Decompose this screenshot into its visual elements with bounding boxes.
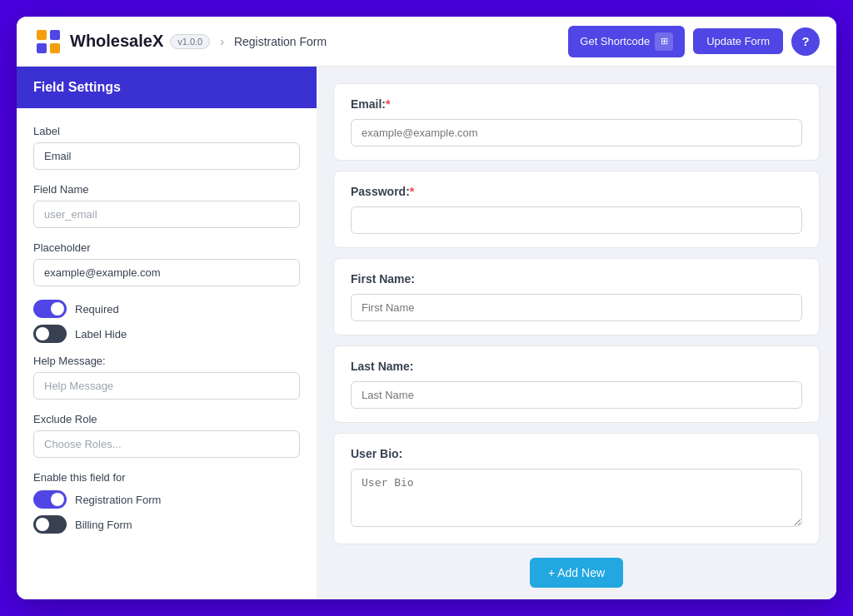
header-actions: Get Shortcode ⊞ Update Form ? bbox=[568, 26, 820, 57]
registration-toggle-row: Registration Form bbox=[33, 490, 300, 509]
first-name-form-input[interactable] bbox=[351, 294, 802, 321]
email-card: Email:* bbox=[333, 83, 820, 161]
exclude-role-group: Exclude Role bbox=[33, 413, 300, 458]
main-layout: Field Settings Label Field Name Placehol… bbox=[17, 67, 836, 599]
help-button[interactable]: ? bbox=[791, 27, 820, 56]
user-bio-form-input[interactable] bbox=[351, 469, 802, 527]
billing-toggle[interactable] bbox=[33, 515, 67, 534]
required-toggle-label: Required bbox=[75, 303, 119, 315]
version-badge: v1.0.0 bbox=[170, 34, 210, 49]
registration-toggle[interactable] bbox=[33, 490, 67, 509]
svg-rect-1 bbox=[37, 30, 47, 40]
shortcode-icon: ⊞ bbox=[655, 32, 673, 51]
logo-area: WholesaleX v1.0.0 bbox=[33, 27, 210, 57]
user-bio-card-label: User Bio: bbox=[351, 447, 802, 460]
exclude-role-label: Exclude Role bbox=[33, 413, 300, 425]
sidebar-header: Field Settings bbox=[17, 67, 317, 108]
add-new-button[interactable]: + Add New bbox=[530, 558, 623, 588]
password-card: Password:* bbox=[333, 171, 820, 248]
email-required: * bbox=[386, 97, 390, 111]
password-form-input[interactable] bbox=[351, 206, 802, 234]
sidebar-body: Label Field Name Placeholder bbox=[17, 108, 317, 564]
billing-toggle-row: Billing Form bbox=[33, 515, 300, 534]
last-name-card-label: Last Name: bbox=[351, 360, 802, 373]
field-name-group: Field Name bbox=[33, 183, 300, 228]
brand-name: WholesaleX bbox=[70, 32, 163, 51]
svg-rect-3 bbox=[37, 43, 47, 53]
header: WholesaleX v1.0.0 › Registration Form Ge… bbox=[17, 17, 836, 67]
svg-rect-4 bbox=[50, 43, 60, 53]
label-hide-toggle-label: Label Hide bbox=[75, 328, 127, 340]
label-hide-toggle-row: Label Hide bbox=[33, 325, 300, 343]
first-name-card: First Name: bbox=[333, 258, 820, 335]
last-name-card: Last Name: bbox=[333, 345, 820, 423]
app-container: WholesaleX v1.0.0 › Registration Form Ge… bbox=[17, 17, 836, 599]
user-bio-card: User Bio: bbox=[333, 433, 820, 544]
label-input[interactable] bbox=[33, 142, 300, 170]
registration-toggle-label: Registration Form bbox=[75, 494, 161, 506]
placeholder-input[interactable] bbox=[33, 259, 300, 286]
required-toggle[interactable] bbox=[33, 300, 67, 318]
right-panel: Email:* Password:* First Name: Last Name… bbox=[317, 67, 836, 599]
placeholder-label: Placeholder bbox=[33, 241, 300, 254]
help-message-input[interactable] bbox=[33, 372, 300, 400]
placeholder-group: Placeholder bbox=[33, 241, 300, 286]
enable-field-label: Enable this field for bbox=[33, 471, 300, 484]
help-message-label: Help Message: bbox=[33, 355, 300, 367]
enable-field-group: Enable this field for Registration Form bbox=[33, 471, 300, 534]
field-name-input[interactable] bbox=[33, 201, 300, 228]
sidebar-title: Field Settings bbox=[33, 80, 121, 94]
password-required: * bbox=[410, 185, 414, 198]
first-name-card-label: First Name: bbox=[351, 272, 802, 286]
help-message-group: Help Message: bbox=[33, 355, 300, 400]
email-card-label: Email:* bbox=[351, 97, 802, 111]
choose-roles-input[interactable] bbox=[33, 430, 300, 458]
last-name-form-input[interactable] bbox=[351, 381, 802, 409]
label-field-label: Label bbox=[33, 125, 300, 137]
label-group: Label bbox=[33, 125, 300, 170]
email-form-input[interactable] bbox=[351, 119, 802, 147]
sidebar: Field Settings Label Field Name Placehol… bbox=[17, 67, 317, 599]
svg-rect-2 bbox=[50, 30, 60, 40]
shortcode-button[interactable]: Get Shortcode ⊞ bbox=[568, 26, 685, 57]
breadcrumb-chevron: › bbox=[220, 35, 224, 48]
shortcode-label: Get Shortcode bbox=[580, 35, 650, 47]
billing-toggle-label: Billing Form bbox=[75, 519, 132, 531]
required-toggle-row: Required bbox=[33, 300, 300, 318]
update-form-button[interactable]: Update Form bbox=[693, 28, 783, 54]
label-hide-toggle[interactable] bbox=[33, 325, 67, 343]
password-card-label: Password:* bbox=[351, 185, 802, 198]
breadcrumb: Registration Form bbox=[234, 35, 327, 48]
field-name-label: Field Name bbox=[33, 183, 300, 196]
logo-icon bbox=[33, 27, 63, 57]
